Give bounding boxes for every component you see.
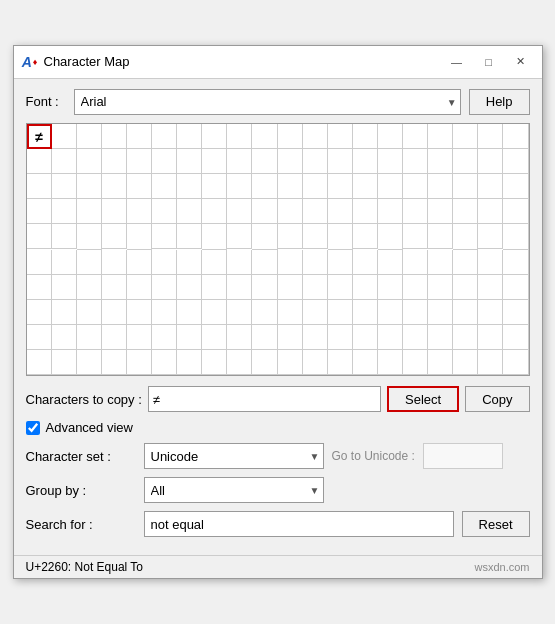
char-cell[interactable] <box>102 124 127 149</box>
char-cell[interactable] <box>227 250 252 275</box>
char-cell[interactable] <box>378 250 403 275</box>
char-cell[interactable] <box>202 250 227 275</box>
char-cell[interactable] <box>478 350 503 375</box>
char-cell[interactable] <box>503 174 528 199</box>
char-cell[interactable] <box>303 325 328 350</box>
char-cell[interactable] <box>127 149 152 174</box>
char-cell[interactable] <box>328 124 353 149</box>
copy-button[interactable]: Copy <box>465 386 529 412</box>
char-cell[interactable] <box>252 275 277 300</box>
char-cell[interactable] <box>177 224 202 249</box>
char-cell[interactable] <box>278 325 303 350</box>
char-cell[interactable] <box>152 300 177 325</box>
char-cell[interactable] <box>478 250 503 275</box>
char-cell[interactable] <box>127 124 152 149</box>
char-cell[interactable] <box>303 275 328 300</box>
char-cell[interactable] <box>127 250 152 275</box>
char-cell[interactable] <box>303 224 328 249</box>
char-cell[interactable] <box>177 275 202 300</box>
char-cell[interactable] <box>453 199 478 224</box>
char-cell[interactable] <box>428 250 453 275</box>
char-cell[interactable] <box>127 300 152 325</box>
char-cell[interactable] <box>428 149 453 174</box>
char-cell[interactable] <box>27 275 52 300</box>
char-cell[interactable] <box>353 250 378 275</box>
char-cell[interactable] <box>378 124 403 149</box>
char-cell[interactable] <box>52 275 77 300</box>
char-cell[interactable] <box>328 275 353 300</box>
char-cell[interactable] <box>453 350 478 375</box>
char-cell[interactable] <box>428 300 453 325</box>
char-cell[interactable] <box>328 224 353 249</box>
char-cell[interactable] <box>353 149 378 174</box>
char-cell[interactable] <box>478 275 503 300</box>
close-button[interactable]: ✕ <box>508 52 534 72</box>
char-cell[interactable] <box>503 199 528 224</box>
char-cell[interactable] <box>278 224 303 249</box>
char-cell[interactable] <box>152 325 177 350</box>
char-cell[interactable] <box>403 325 428 350</box>
char-cell[interactable] <box>453 250 478 275</box>
goto-unicode-input[interactable] <box>423 443 503 469</box>
char-cell[interactable] <box>328 199 353 224</box>
char-cell[interactable] <box>403 250 428 275</box>
char-cell[interactable] <box>252 350 277 375</box>
char-cell[interactable] <box>227 224 252 249</box>
char-cell[interactable] <box>77 199 102 224</box>
char-cell[interactable] <box>27 174 52 199</box>
char-cell[interactable] <box>77 275 102 300</box>
char-cell[interactable] <box>328 174 353 199</box>
char-cell[interactable] <box>227 350 252 375</box>
char-cell[interactable] <box>102 350 127 375</box>
char-cell[interactable] <box>227 275 252 300</box>
char-cell[interactable] <box>252 224 277 249</box>
char-cell[interactable] <box>227 325 252 350</box>
char-cell[interactable] <box>127 350 152 375</box>
char-cell[interactable] <box>177 325 202 350</box>
char-cell[interactable] <box>177 199 202 224</box>
char-cell[interactable] <box>177 250 202 275</box>
char-cell[interactable] <box>378 174 403 199</box>
help-button[interactable]: Help <box>469 89 530 115</box>
char-cell[interactable] <box>177 124 202 149</box>
char-cell[interactable] <box>227 124 252 149</box>
char-cell[interactable] <box>77 124 102 149</box>
search-input[interactable] <box>144 511 454 537</box>
char-cell[interactable] <box>252 199 277 224</box>
char-cell[interactable] <box>127 174 152 199</box>
char-cell[interactable] <box>303 174 328 199</box>
char-cell[interactable] <box>227 199 252 224</box>
char-cell[interactable] <box>202 174 227 199</box>
char-cell[interactable] <box>503 224 528 249</box>
char-cell[interactable] <box>428 124 453 149</box>
char-cell[interactable] <box>353 300 378 325</box>
char-cell[interactable] <box>27 199 52 224</box>
char-cell[interactable] <box>152 124 177 149</box>
char-cell[interactable] <box>503 250 528 275</box>
char-cell[interactable] <box>27 300 52 325</box>
char-cell[interactable] <box>227 149 252 174</box>
char-cell[interactable] <box>403 275 428 300</box>
char-cell[interactable] <box>453 149 478 174</box>
char-cell[interactable] <box>27 250 52 275</box>
char-cell[interactable] <box>278 275 303 300</box>
char-cell[interactable] <box>378 325 403 350</box>
char-cell[interactable] <box>278 300 303 325</box>
char-cell[interactable] <box>278 149 303 174</box>
char-cell[interactable] <box>77 250 102 275</box>
font-select[interactable]: Arial Times New Roman Courier New Verdan… <box>74 89 461 115</box>
char-cell[interactable] <box>453 174 478 199</box>
char-cell[interactable] <box>378 275 403 300</box>
char-cell[interactable] <box>403 224 428 249</box>
char-cell[interactable] <box>378 149 403 174</box>
char-cell[interactable] <box>152 149 177 174</box>
char-cell[interactable] <box>252 174 277 199</box>
char-cell[interactable] <box>102 199 127 224</box>
char-cell[interactable] <box>403 149 428 174</box>
char-cell[interactable] <box>52 199 77 224</box>
char-cell[interactable] <box>478 199 503 224</box>
char-cell[interactable] <box>478 124 503 149</box>
char-cell[interactable] <box>152 275 177 300</box>
char-cell[interactable] <box>202 325 227 350</box>
char-cell[interactable] <box>177 300 202 325</box>
